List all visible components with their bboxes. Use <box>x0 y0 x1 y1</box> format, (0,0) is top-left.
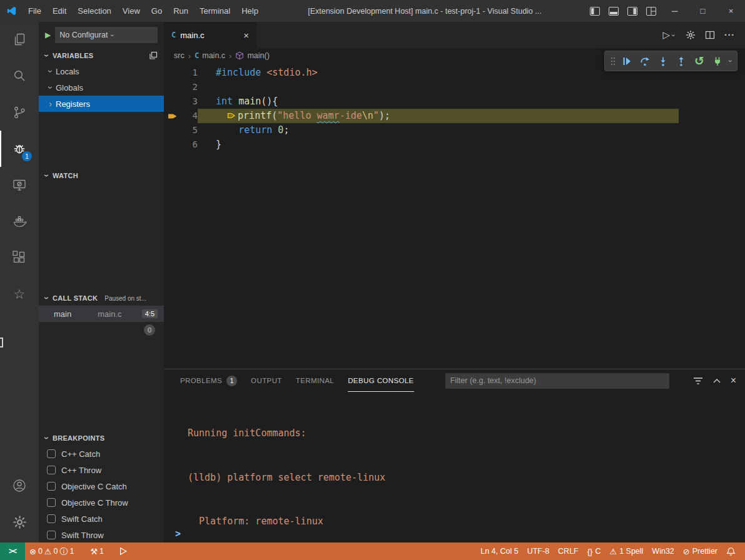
checkbox[interactable] <box>47 531 56 539</box>
breakpoint-item[interactable]: Swift Throw <box>39 527 164 542</box>
breadcrumb-folder[interactable]: src <box>174 51 185 60</box>
close-button[interactable]: × <box>717 0 745 22</box>
eol-status[interactable]: CRLF <box>554 542 583 560</box>
account-icon[interactable] <box>0 468 39 504</box>
breadcrumb-file[interactable]: C main.c <box>195 51 225 60</box>
tab-main-c[interactable]: C main.c × <box>164 22 256 48</box>
menu-terminal[interactable]: Terminal <box>194 0 236 22</box>
continue-button[interactable] <box>618 52 636 70</box>
minimize-button[interactable]: ─ <box>661 0 689 22</box>
step-into-button[interactable] <box>654 52 672 70</box>
breakpoint-margin[interactable] <box>164 123 181 138</box>
language-mode[interactable]: {} C <box>583 542 606 560</box>
breakpoint-item[interactable]: C++ Catch <box>39 446 164 462</box>
tab-problems[interactable]: PROBLEMS 1 <box>180 369 237 392</box>
editor-region: C main.c × ▷› ··· <box>164 22 745 542</box>
formatter-status[interactable]: ⊘ Prettier <box>679 542 722 560</box>
problems-status[interactable]: ⊗ 0 ⚠ 0 ⓘ 1 <box>25 542 78 560</box>
code-line[interactable]: 2 <box>164 80 745 94</box>
toggle-sidebar-icon[interactable] <box>585 0 604 22</box>
explorer-icon[interactable] <box>0 22 39 58</box>
menu-file[interactable]: File <box>23 0 47 22</box>
checkbox[interactable] <box>47 514 56 523</box>
call-stack-section-header[interactable]: › CALL STACK Paused on st... <box>39 291 164 306</box>
menu-go[interactable]: Go <box>146 0 168 22</box>
encoding-status[interactable]: UTF-8 <box>523 542 554 560</box>
checkbox[interactable] <box>47 449 56 458</box>
tree-item-registers[interactable]: › Registers <box>39 96 164 112</box>
code-line[interactable]: 5 return 0; <box>164 123 745 138</box>
checkbox[interactable] <box>47 466 56 474</box>
code-editor[interactable]: 1 #include <stdio.h> 2 3 int main(){ <box>164 63 745 369</box>
toolbar-drag-handle[interactable] <box>609 52 617 70</box>
favorites-star-icon[interactable]: ☆ <box>0 276 39 312</box>
breakpoint-margin[interactable] <box>164 66 181 80</box>
tab-output[interactable]: OUTPUT <box>251 369 282 392</box>
extensions-icon[interactable] <box>0 239 39 276</box>
menu-run[interactable]: Run <box>168 0 194 22</box>
code-line[interactable]: 6 } <box>164 138 745 152</box>
remote-explorer-icon[interactable] <box>0 167 39 203</box>
code-line-current[interactable]: 4 printf("hello wamr-ide\n"); <box>164 109 745 123</box>
platform-status[interactable]: Win32 <box>647 542 678 560</box>
more-actions-icon[interactable]: ··· <box>724 30 735 40</box>
tab-close-icon[interactable]: × <box>243 31 249 40</box>
breakpoint-item[interactable]: Swift Catch <box>39 511 164 527</box>
toggle-panel-icon[interactable] <box>604 0 623 22</box>
breakpoint-item[interactable]: C++ Throw <box>39 462 164 478</box>
step-out-button[interactable] <box>672 52 690 70</box>
menu-view[interactable]: View <box>117 0 146 22</box>
breakpoint-margin[interactable] <box>164 80 181 94</box>
collapse-all-icon[interactable] <box>149 51 160 60</box>
settings-gear-icon[interactable] <box>0 504 39 540</box>
debug-session-chevron-icon[interactable]: › <box>727 58 734 64</box>
tree-item-globals[interactable]: › Globals <box>39 79 164 96</box>
watch-section-header[interactable]: › WATCH <box>39 168 164 183</box>
cursor-position[interactable]: Ln 4, Col 5 <box>476 542 522 560</box>
source-control-icon[interactable] <box>0 94 39 131</box>
variables-section-header[interactable]: › VARIABLES <box>39 48 164 63</box>
console-filter-input[interactable] <box>450 376 664 385</box>
breakpoint-margin[interactable] <box>164 109 181 123</box>
close-panel-icon[interactable]: × <box>731 375 736 386</box>
maximize-button[interactable]: □ <box>689 0 717 22</box>
maximize-panel-icon[interactable] <box>712 377 721 384</box>
checkbox[interactable] <box>47 482 56 491</box>
breakpoint-margin[interactable] <box>164 94 181 109</box>
step-over-button[interactable] <box>636 52 654 70</box>
spell-checker-status[interactable]: ⚠ 1 Spell <box>605 542 647 560</box>
breakpoint-item[interactable]: Objective C Throw <box>39 494 164 511</box>
tab-terminal[interactable]: TERMINAL <box>296 369 334 392</box>
tab-debug-console[interactable]: DEBUG CONSOLE <box>348 369 414 392</box>
remote-indicator[interactable]: >< <box>0 542 25 560</box>
code-line[interactable]: 3 int main(){ <box>164 94 745 109</box>
console-input-prompt[interactable]: > <box>175 528 181 539</box>
status-bar: >< ⊗ 0 ⚠ 0 ⓘ 1 ⚒ 1 Ln 4, Col 5 UTF-8 CRL… <box>0 542 745 560</box>
toggle-secondary-sidebar-icon[interactable] <box>623 0 642 22</box>
search-icon[interactable] <box>0 58 39 94</box>
disconnect-button[interactable] <box>709 52 726 70</box>
menu-edit[interactable]: Edit <box>47 0 72 22</box>
restart-button[interactable]: ↺ <box>691 52 708 70</box>
run-and-debug-icon[interactable]: 1 <box>0 131 39 167</box>
tools-status[interactable]: ⚒ 1 <box>86 542 108 560</box>
checkbox[interactable] <box>47 498 56 507</box>
split-editor-icon[interactable] <box>705 30 715 40</box>
run-file-button[interactable]: ▷› <box>662 29 676 41</box>
breakpoints-section-header[interactable]: › BREAKPOINTS <box>39 431 164 446</box>
docker-icon[interactable] <box>0 203 39 239</box>
debug-config-dropdown[interactable]: No Configurat › <box>55 27 158 43</box>
customize-layout-icon[interactable] <box>642 0 661 22</box>
tree-item-locals[interactable]: › Locals <box>39 63 164 79</box>
breakpoint-margin[interactable] <box>164 138 181 152</box>
start-debugging-icon[interactable]: ▶ <box>45 31 51 39</box>
debug-status[interactable] <box>114 542 132 560</box>
breakpoint-item[interactable]: Objective C Catch <box>39 478 164 494</box>
menu-help[interactable]: Help <box>236 0 264 22</box>
menu-selection[interactable]: Selection <box>72 0 116 22</box>
stack-frame-row[interactable]: main main.c 4:5 <box>39 306 164 322</box>
breadcrumb-symbol[interactable]: main() <box>235 51 269 60</box>
notifications-bell[interactable] <box>722 542 740 560</box>
editor-settings-gear-icon[interactable] <box>686 30 696 40</box>
filter-lines-icon[interactable] <box>693 376 703 385</box>
